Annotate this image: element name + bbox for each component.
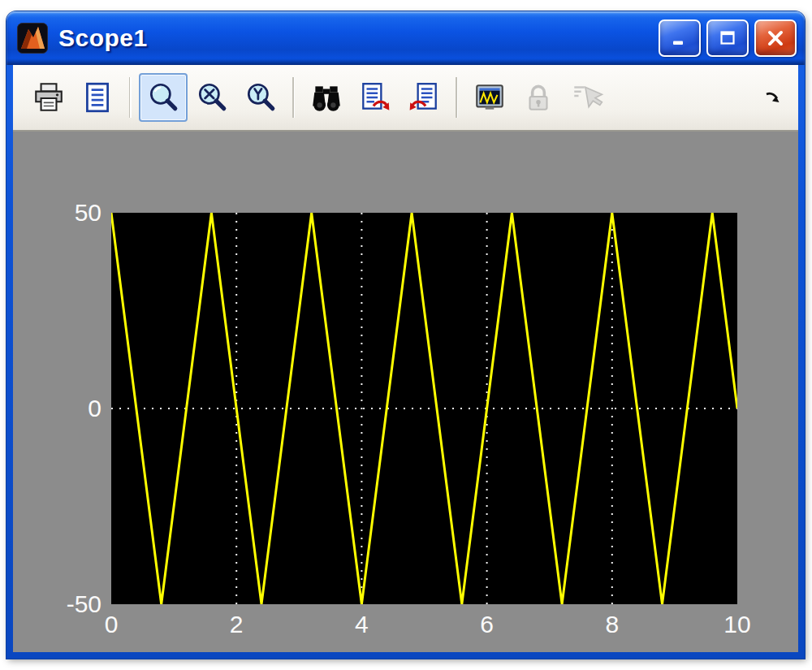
print-button[interactable]: [24, 73, 73, 122]
desktop: Scope1: [0, 0, 812, 670]
toolbar-separator: [292, 77, 295, 118]
zoom-x-button[interactable]: [188, 73, 236, 122]
toolbar-separator: [456, 77, 458, 118]
lock-axes-button[interactable]: [514, 73, 563, 122]
restore-axes-button[interactable]: [400, 73, 448, 122]
toolbar-separator: [129, 77, 132, 118]
plot-area[interactable]: [111, 213, 737, 604]
scope-canvas: 0246810-50050: [13, 132, 798, 652]
zoom-x-icon: [195, 80, 229, 115]
maximize-icon: [718, 28, 737, 48]
scope-window: Scope1: [6, 11, 805, 659]
minimize-icon: [670, 28, 689, 48]
zoom-y-button[interactable]: [236, 73, 285, 122]
x-tick-label: 0: [105, 612, 119, 637]
parameters-icon: [80, 80, 114, 115]
toolbar: [13, 65, 798, 132]
floating-scope-icon: [473, 80, 507, 115]
zoom-icon: [146, 80, 180, 115]
save-axes-button[interactable]: [351, 73, 400, 122]
binoculars-icon: [309, 80, 343, 115]
parameters-button[interactable]: [73, 73, 122, 122]
signal-selection-cursor-icon: [570, 80, 604, 115]
window-title: Scope1: [58, 24, 148, 52]
minimize-button[interactable]: [659, 19, 701, 57]
matlab-icon[interactable]: [16, 22, 49, 54]
titlebar[interactable]: Scope1: [6, 11, 805, 65]
save-axes-icon: [358, 80, 392, 115]
close-button[interactable]: [754, 19, 797, 57]
window-content: 0246810-50050: [13, 65, 798, 652]
floating-scope-button[interactable]: [465, 73, 514, 122]
x-tick-label: 10: [723, 612, 750, 637]
x-tick-label: 2: [230, 612, 244, 637]
restore-axes-icon: [407, 80, 441, 115]
lock-icon: [521, 80, 555, 115]
zoom-y-icon: [244, 80, 278, 115]
x-tick-label: 6: [480, 612, 494, 637]
autoscale-button[interactable]: [302, 73, 351, 122]
signal-selection-button[interactable]: [563, 73, 611, 122]
y-tick-label: -50: [67, 592, 102, 616]
zoom-button[interactable]: [139, 73, 188, 122]
print-icon: [32, 80, 66, 115]
y-tick-label: 50: [75, 201, 102, 225]
x-tick-label: 4: [355, 612, 369, 637]
maximize-button[interactable]: [706, 19, 749, 57]
close-icon: [765, 28, 786, 49]
plot-svg: [111, 213, 737, 604]
y-tick-label: 0: [88, 396, 102, 421]
x-tick-label: 8: [605, 612, 619, 637]
toolbar-overflow-arrow-icon[interactable]: [762, 87, 784, 108]
